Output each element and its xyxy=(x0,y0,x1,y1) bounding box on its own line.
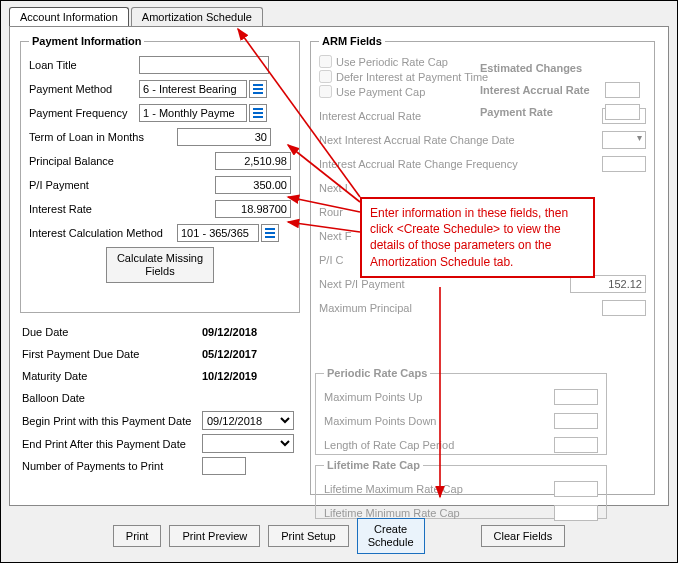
main-panel: Payment Information Loan Title Payment M… xyxy=(9,26,669,506)
print-setup-button[interactable]: Print Setup xyxy=(268,525,348,547)
calc-method-picker-icon[interactable] xyxy=(261,224,279,242)
payment-information-legend: Payment Information xyxy=(29,35,144,47)
maturity-date-label: Maturity Date xyxy=(22,370,202,382)
pi-input[interactable] xyxy=(215,176,291,194)
loan-title-input[interactable] xyxy=(139,56,269,74)
max-principal-label: Maximum Principal xyxy=(319,302,519,314)
next-payment-change-label: Next F xyxy=(319,230,355,242)
num-payments-label: Number of Payments to Print xyxy=(22,460,202,472)
principal-input[interactable] xyxy=(215,152,291,170)
end-print-select[interactable] xyxy=(202,434,294,453)
iar-change-freq-input[interactable] xyxy=(602,156,646,172)
svg-rect-1 xyxy=(253,88,263,90)
payment-frequency-picker-icon[interactable] xyxy=(249,104,267,122)
svg-rect-0 xyxy=(253,84,263,86)
int-accrual-rate-est-input[interactable] xyxy=(605,82,640,98)
tab-account-information[interactable]: Account Information xyxy=(9,7,129,26)
next-rate-label: Next I xyxy=(319,182,355,194)
pi-change-freq-label: P/I C xyxy=(319,254,355,266)
clear-fields-button[interactable]: Clear Fields xyxy=(481,525,566,547)
use-periodic-label: Use Periodic Rate Cap xyxy=(336,56,448,68)
due-date-value: 09/12/2018 xyxy=(202,326,257,338)
int-accrual-rate-est-label: Interest Accrual Rate xyxy=(480,84,605,96)
lifetime-rate-cap-group: Lifetime Rate Cap Lifetime Maximum Rate … xyxy=(315,459,607,519)
max-pts-up-input[interactable] xyxy=(554,389,598,405)
use-periodic-checkbox[interactable] xyxy=(319,55,332,68)
term-label: Term of Loan in Months xyxy=(29,131,177,143)
tab-strip: Account Information Amortization Schedul… xyxy=(9,7,677,26)
payment-frequency-label: Payment Frequency xyxy=(29,107,139,119)
max-pts-down-label: Maximum Points Down xyxy=(324,415,524,427)
life-max-label: Lifetime Maximum Rate Cap xyxy=(324,483,524,495)
dates-block: Due Date09/12/2018 First Payment Due Dat… xyxy=(22,323,302,479)
next-iar-change-select[interactable] xyxy=(602,131,646,149)
life-max-input[interactable] xyxy=(554,481,598,497)
payment-rate-est-label: Payment Rate xyxy=(480,106,605,118)
interest-rate-label: Interest Rate xyxy=(29,203,139,215)
svg-rect-8 xyxy=(265,236,275,238)
payment-method-picker-icon[interactable] xyxy=(249,80,267,98)
defer-interest-label: Defer Interest at Payment Time xyxy=(336,71,488,83)
lifetime-rate-cap-legend: Lifetime Rate Cap xyxy=(324,459,423,471)
len-rate-cap-label: Length of Rate Cap Period xyxy=(324,439,524,451)
first-payment-label: First Payment Due Date xyxy=(22,348,202,360)
max-principal-input[interactable] xyxy=(602,300,646,316)
iar-change-freq-label: Interest Accrual Rate Change Frequency xyxy=(319,158,539,170)
payment-frequency-input[interactable] xyxy=(139,104,247,122)
end-print-label: End Print After this Payment Date xyxy=(22,438,202,450)
tab-amortization-schedule[interactable]: Amortization Schedule xyxy=(131,7,263,26)
payment-method-label: Payment Method xyxy=(29,83,139,95)
defer-interest-checkbox[interactable] xyxy=(319,70,332,83)
print-button[interactable]: Print xyxy=(113,525,162,547)
len-rate-cap-input[interactable] xyxy=(554,437,598,453)
print-preview-button[interactable]: Print Preview xyxy=(169,525,260,547)
svg-rect-4 xyxy=(253,112,263,114)
button-bar: Print Print Preview Print Setup Create S… xyxy=(1,518,677,554)
calc-method-input[interactable] xyxy=(177,224,259,242)
pi-label: P/I Payment xyxy=(29,179,139,191)
svg-rect-5 xyxy=(253,116,263,118)
estimated-changes-label: Estimated Changes xyxy=(480,62,608,74)
interest-rate-input[interactable] xyxy=(215,200,291,218)
periodic-rate-caps-group: Periodic Rate Caps Maximum Points Up Max… xyxy=(315,367,607,455)
app-window: Account Information Amortization Schedul… xyxy=(0,0,678,563)
next-iar-change-label: Next Interest Accrual Rate Change Date xyxy=(319,134,539,146)
max-pts-up-label: Maximum Points Up xyxy=(324,391,524,403)
use-payment-cap-checkbox[interactable] xyxy=(319,85,332,98)
svg-rect-7 xyxy=(265,232,275,234)
periodic-rate-caps-legend: Periodic Rate Caps xyxy=(324,367,430,379)
arm-fields-legend: ARM Fields xyxy=(319,35,385,47)
instruction-callout: Enter information in these fields, then … xyxy=(360,197,595,278)
svg-rect-3 xyxy=(253,108,263,110)
svg-rect-2 xyxy=(253,92,263,94)
calculate-missing-fields-button[interactable]: Calculate Missing Fields xyxy=(106,247,214,283)
term-input[interactable] xyxy=(177,128,271,146)
next-pi-label: Next P/I Payment xyxy=(319,278,519,290)
loan-title-label: Loan Title xyxy=(29,59,139,71)
first-payment-value: 05/12/2017 xyxy=(202,348,257,360)
calc-method-label: Interest Calculation Method xyxy=(29,227,177,239)
begin-print-select[interactable]: 09/12/2018 xyxy=(202,411,294,430)
payment-rate-est-input[interactable] xyxy=(605,104,640,120)
create-schedule-button[interactable]: Create Schedule xyxy=(357,518,425,554)
num-payments-input[interactable] xyxy=(202,457,246,475)
payment-information-group: Payment Information Loan Title Payment M… xyxy=(20,35,300,313)
use-payment-cap-label: Use Payment Cap xyxy=(336,86,425,98)
payment-method-input[interactable] xyxy=(139,80,247,98)
balloon-date-label: Balloon Date xyxy=(22,392,202,404)
svg-rect-6 xyxy=(265,228,275,230)
max-pts-down-input[interactable] xyxy=(554,413,598,429)
begin-print-label: Begin Print with this Payment Date xyxy=(22,415,202,427)
rounding-label: Rour xyxy=(319,206,355,218)
due-date-label: Due Date xyxy=(22,326,202,338)
principal-label: Principal Balance xyxy=(29,155,139,167)
maturity-date-value: 10/12/2019 xyxy=(202,370,257,382)
